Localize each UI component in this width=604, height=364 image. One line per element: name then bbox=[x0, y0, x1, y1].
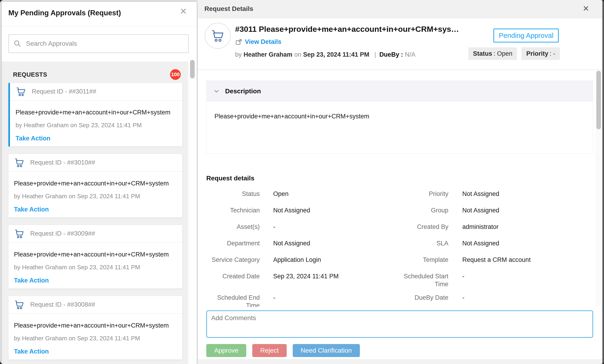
status-badges: Status : Open Priority : - bbox=[468, 47, 560, 60]
cart-icon bbox=[14, 300, 25, 310]
requests-section-header: REQUESTS 100 bbox=[2, 61, 197, 83]
request-card-header: Request ID - ##3009## bbox=[8, 225, 182, 243]
right-scrollbar-thumb[interactable] bbox=[596, 71, 601, 129]
description-text: Please+provide+me+an+account+in+our+CRM+… bbox=[214, 113, 593, 120]
field-value: Open bbox=[260, 188, 395, 204]
description-section-header[interactable]: Description bbox=[206, 81, 593, 102]
request-meta-byline: byHeather GrahamonSep 23, 2024 11:41 PM|… bbox=[235, 51, 417, 58]
external-link-icon bbox=[235, 38, 242, 46]
cart-icon bbox=[15, 87, 26, 97]
approvals-panel-header: My Pending Approvals (Request) × bbox=[2, 2, 197, 26]
search-approvals-box[interactable] bbox=[8, 34, 189, 53]
request-byline: by Heather Graham on Sep 23, 2024 11:41 … bbox=[14, 193, 177, 200]
status-badge: Status : Open bbox=[468, 47, 517, 60]
pending-approvals-panel: My Pending Approvals (Request) × REQUEST… bbox=[2, 2, 197, 364]
request-subject: Please+provide+me+an+account+in+our+CRM+… bbox=[14, 251, 177, 258]
field-label: Created Date bbox=[206, 270, 260, 291]
need-clarification-button[interactable]: Need Clarification bbox=[293, 344, 360, 357]
description-section: Description Please+provide+me+an+account… bbox=[206, 81, 593, 154]
requests-list: REQUESTS 100 Request ID - ##3011## Pleas… bbox=[2, 61, 197, 364]
request-title-block: #3011 Please+provide+me+an+account+in+ou… bbox=[198, 18, 602, 70]
cart-icon bbox=[14, 229, 25, 239]
status-badge-label: Status bbox=[473, 50, 492, 57]
bottom-strip bbox=[198, 359, 602, 364]
request-card[interactable]: Request ID - ##3009## Please+provide+me+… bbox=[8, 225, 182, 289]
take-action-link[interactable]: Take Action bbox=[14, 206, 49, 213]
detail-row: Department Not Assigned SLA Not Assigned bbox=[206, 237, 593, 254]
approval-action-bar: Approve Reject Need Clarification bbox=[198, 307, 602, 364]
field-value: Not Assigned bbox=[448, 204, 593, 220]
field-value: administrator bbox=[448, 220, 593, 237]
detail-row: Created Date Sep 23, 2024 11:41 PM Sched… bbox=[206, 270, 593, 291]
dueby-value: N/A bbox=[405, 51, 415, 58]
take-action-link[interactable]: Take Action bbox=[14, 348, 49, 355]
field-value: Application Login bbox=[260, 254, 395, 270]
request-card[interactable]: Request ID - ##3010## Please+provide+me+… bbox=[8, 154, 182, 218]
detail-row: Status Open Priority Not Assigned bbox=[206, 188, 593, 204]
field-label: Scheduled End Time bbox=[206, 291, 260, 307]
add-comments-textarea[interactable] bbox=[206, 310, 593, 338]
request-card-body: Please+provide+me+an+account+in+our+CRM+… bbox=[10, 109, 182, 142]
approve-button[interactable]: Approve bbox=[206, 344, 246, 357]
take-action-link[interactable]: Take Action bbox=[15, 135, 50, 142]
request-id-label: Request ID - ##3008## bbox=[30, 301, 95, 308]
field-value: Not Assigned bbox=[448, 237, 593, 254]
search-input[interactable] bbox=[25, 40, 184, 48]
description-title: Description bbox=[225, 87, 261, 95]
request-details-heading: Request details bbox=[206, 175, 602, 182]
on-label: on bbox=[294, 51, 301, 58]
view-details-label: View Details bbox=[245, 38, 281, 46]
request-details-panel: Request Details × #3011 Please+provide+m… bbox=[198, 0, 602, 364]
request-card-header: Request ID - ##3010## bbox=[8, 154, 182, 171]
request-card-body: Please+provide+me+an+account+in+our+CRM+… bbox=[8, 322, 182, 355]
request-card-body: Please+provide+me+an+account+in+our+CRM+… bbox=[8, 180, 182, 213]
created-datetime: Sep 23, 2024 11:41 PM bbox=[303, 51, 369, 58]
field-value: - bbox=[260, 220, 395, 237]
priority-badge-label: Priority bbox=[526, 50, 548, 57]
left-scrollbar-thumb[interactable] bbox=[190, 60, 195, 78]
field-value: Not Assigned bbox=[448, 188, 593, 204]
field-label: Priority bbox=[395, 188, 448, 204]
cart-icon bbox=[211, 29, 225, 42]
request-subject: Please+provide+me+an+account+in+our+CRM+… bbox=[15, 109, 177, 116]
view-details-link[interactable]: View Details bbox=[235, 38, 281, 46]
close-icon[interactable]: × bbox=[583, 3, 589, 13]
field-value: - bbox=[448, 270, 593, 291]
approval-buttons: Approve Reject Need Clarification bbox=[206, 344, 360, 357]
close-icon[interactable]: × bbox=[180, 6, 187, 17]
panel-title: My Pending Approvals (Request) bbox=[8, 9, 121, 17]
field-label: Group bbox=[395, 204, 448, 220]
requester-name: Heather Graham bbox=[244, 51, 292, 58]
field-value: Request a CRM account bbox=[448, 254, 593, 270]
request-id-label: Request ID - ##3010## bbox=[30, 159, 95, 166]
request-id-label: Request ID - ##3011## bbox=[32, 88, 96, 95]
details-panel-title: Request Details bbox=[204, 5, 253, 12]
reject-button[interactable]: Reject bbox=[252, 344, 287, 357]
priority-badge-value: : - bbox=[550, 50, 555, 57]
details-panel-header: Request Details × bbox=[198, 0, 602, 18]
request-details-grid: Status Open Priority Not Assigned Techni… bbox=[206, 188, 593, 307]
request-title: #3011 Please+provide+me+an+account+in+ou… bbox=[235, 24, 459, 34]
left-scrollbar-track[interactable] bbox=[188, 61, 197, 364]
field-label: Asset(s) bbox=[206, 220, 260, 237]
screen: My Pending Approvals (Request) × REQUEST… bbox=[0, 0, 604, 364]
field-label: DueBy Date bbox=[395, 291, 448, 307]
take-action-link[interactable]: Take Action bbox=[14, 277, 49, 284]
description-content-area: Please+provide+me+an+account+in+our+CRM+… bbox=[206, 113, 593, 153]
field-value: - bbox=[448, 291, 593, 307]
field-label: Template bbox=[395, 254, 448, 270]
details-scroll-area: Description Please+provide+me+an+account… bbox=[198, 70, 602, 307]
request-card[interactable]: Request ID - ##3008## Please+provide+me+… bbox=[8, 296, 182, 360]
request-card[interactable]: Request ID - ##3011## Please+provide+me+… bbox=[8, 83, 182, 146]
detail-row: Scheduled End Time - DueBy Date - bbox=[206, 291, 593, 307]
detail-row: Service Category Application Login Templ… bbox=[206, 254, 593, 270]
field-value: Not Assigned bbox=[260, 237, 395, 254]
search-icon bbox=[13, 40, 21, 48]
status-badge-value: : Open bbox=[493, 50, 512, 57]
request-subject: Please+provide+me+an+account+in+our+CRM+… bbox=[14, 180, 177, 187]
chevron-down-icon bbox=[213, 88, 220, 95]
field-label: Status bbox=[206, 188, 260, 204]
pending-approval-button[interactable]: Pending Approval bbox=[493, 29, 559, 42]
window-edge bbox=[602, 0, 604, 364]
request-byline: by Heather Graham on Sep 23, 2024 11:41 … bbox=[14, 335, 177, 342]
